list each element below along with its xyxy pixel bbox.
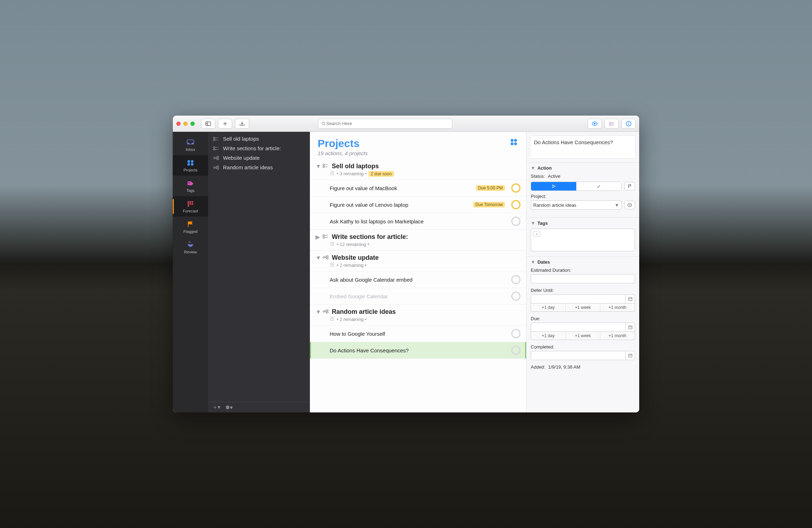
go-to-project-button[interactable] — [624, 201, 635, 209]
play-icon — [551, 184, 556, 189]
project-header[interactable]: ▼Sell old laptops — [310, 159, 526, 171]
defer-plus-1-day[interactable]: +1 day — [531, 304, 565, 311]
task-title: Ask about Google Calendar embed — [330, 277, 412, 283]
task-status-circle[interactable] — [511, 200, 520, 209]
arrow-right-circle-icon — [627, 203, 632, 207]
nav-projects[interactable]: Projects — [173, 155, 208, 176]
tags-field[interactable]: + — [531, 229, 635, 251]
project-select-value: Random article ideas — [533, 203, 576, 208]
project-field-label: Project: — [531, 194, 635, 199]
due-plus-1-day[interactable]: +1 day — [531, 332, 565, 340]
task-status-circle[interactable] — [511, 292, 520, 301]
calendar-icon — [628, 325, 633, 330]
due-plus-1-week[interactable]: +1 week — [565, 332, 600, 340]
completed-field[interactable] — [531, 351, 635, 360]
inspector-toggle-button[interactable] — [622, 119, 636, 129]
nav-tags[interactable]: Tags — [173, 176, 208, 196]
due-plus-1-month[interactable]: +1 month — [600, 332, 635, 340]
nav-inbox[interactable]: Inbox — [173, 135, 208, 155]
sidebar-item-label: Sell old laptops — [223, 136, 259, 142]
disclosure-triangle[interactable]: ▶ — [316, 234, 320, 240]
project-header[interactable]: ▶Write sections for article: — [310, 230, 526, 241]
sequential-project-icon — [213, 136, 219, 141]
defer-quick-buttons: +1 day +1 week +1 month — [531, 304, 635, 312]
task-row[interactable]: Figure out value of Lenovo laptopDue Tom… — [310, 196, 526, 213]
defer-until-field[interactable] — [531, 294, 635, 304]
calendar-picker-button[interactable] — [625, 295, 635, 303]
task-status-circle[interactable] — [511, 329, 520, 338]
sidebar-item[interactable]: Write sections for article: — [208, 143, 310, 153]
add-menu-button[interactable]: ＋▾ — [212, 404, 220, 411]
svg-rect-25 — [190, 203, 191, 205]
section-header-dates[interactable]: ▼Dates — [531, 259, 635, 265]
note-icon — [330, 241, 335, 247]
perspective-title: Projects — [318, 137, 368, 149]
project-select[interactable]: Random article ideas ▼ — [531, 200, 622, 210]
defer-plus-1-month[interactable]: +1 month — [600, 304, 635, 311]
list-icon — [608, 121, 615, 127]
disclosure-icon: ▼ — [531, 259, 535, 265]
view-perspective-button[interactable] — [588, 119, 602, 129]
view-options-button[interactable] — [605, 119, 619, 129]
calendar-picker-button[interactable] — [625, 323, 635, 332]
inspector-title-field[interactable]: Do Actions Have Consequences? — [530, 135, 636, 159]
search-input[interactable] — [326, 121, 449, 126]
svg-rect-21 — [188, 201, 189, 203]
minimize-window-button[interactable] — [183, 122, 188, 126]
svg-rect-24 — [188, 203, 189, 205]
quick-entry-button[interactable] — [235, 119, 249, 129]
task-row[interactable]: Embed Google Calendar — [310, 288, 526, 304]
sidebar-item[interactable]: Website update — [208, 153, 310, 163]
defer-plus-1-week[interactable]: +1 week — [565, 304, 600, 311]
disclosure-icon: ▼ — [531, 165, 535, 171]
disclosure-triangle[interactable]: ▼ — [316, 163, 320, 170]
project-header[interactable]: ▼Website update — [310, 251, 526, 262]
status-segmented-control — [531, 182, 622, 191]
settings-menu-button[interactable]: ✽▾ — [225, 404, 233, 411]
estimated-duration-field[interactable] — [531, 274, 635, 283]
zoom-window-button[interactable] — [190, 122, 195, 126]
task-row[interactable]: How to Google Yourself — [310, 325, 526, 342]
search-field[interactable] — [318, 119, 452, 129]
due-field[interactable] — [531, 323, 635, 332]
svg-rect-23 — [192, 201, 193, 203]
task-status-circle[interactable] — [511, 275, 520, 284]
disclosure-triangle[interactable]: ▼ — [316, 255, 320, 261]
svg-point-53 — [514, 142, 517, 145]
calendar-picker-button[interactable] — [625, 351, 635, 360]
svg-point-14 — [628, 122, 629, 123]
task-status-circle[interactable] — [511, 346, 520, 355]
section-header-action[interactable]: ▼Action — [531, 165, 635, 171]
project-header[interactable]: ▼Random article ideas — [310, 305, 526, 316]
svg-point-6 — [594, 123, 596, 124]
disclosure-triangle[interactable]: ▼ — [316, 309, 320, 315]
task-status-circle[interactable] — [511, 217, 520, 226]
new-item-button[interactable] — [218, 119, 232, 129]
task-due-badge: Due 5:00 PM — [476, 185, 505, 191]
defer-until-label: Defer Until: — [531, 288, 635, 293]
task-row[interactable]: Do Actions Have Consequences? — [310, 342, 526, 358]
section-header-tags[interactable]: ▼Tags — [531, 221, 635, 226]
task-row[interactable]: Figure out value of MacBookDue 5:00 PM — [310, 180, 526, 196]
nav-flagged[interactable]: Flagged — [173, 217, 208, 237]
close-window-button[interactable] — [176, 122, 181, 126]
nav-review[interactable]: Review — [173, 237, 208, 258]
task-status-circle[interactable] — [511, 183, 520, 193]
nav-forecast[interactable]: Forecast — [173, 196, 208, 217]
task-row[interactable]: Ask Kathy to list laptops on Marketplace — [310, 213, 526, 229]
sequential-project-icon — [323, 163, 329, 170]
status-complete-button[interactable] — [576, 182, 622, 190]
svg-line-5 — [324, 124, 325, 125]
sidebar-item[interactable]: Random article ideas — [208, 163, 310, 172]
add-tag-button[interactable]: + — [533, 231, 540, 237]
toggle-sidebar-button[interactable] — [201, 119, 215, 129]
sidebar-item[interactable]: Sell old laptops — [208, 134, 310, 143]
nav-label: Tags — [186, 188, 194, 193]
svg-rect-85 — [331, 317, 334, 320]
status-active-button[interactable] — [531, 182, 576, 190]
task-due-badge: Due Tomorrow — [473, 202, 505, 207]
svg-point-89 — [628, 203, 632, 207]
content-header: Projects 19 actions, 4 projects — [310, 132, 526, 159]
flag-toggle-button[interactable] — [624, 182, 635, 190]
task-row[interactable]: Ask about Google Calendar embed — [310, 271, 526, 288]
